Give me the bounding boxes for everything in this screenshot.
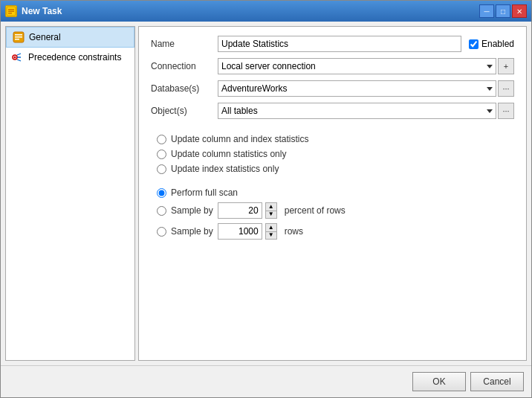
databases-dropdown[interactable]: AdventureWorks bbox=[218, 80, 496, 97]
databases-more-button[interactable]: ··· bbox=[498, 80, 514, 97]
name-row: Name Enabled bbox=[151, 36, 514, 52]
maximize-button[interactable]: □ bbox=[496, 4, 510, 18]
svg-rect-2 bbox=[8, 11, 14, 13]
svg-line-11 bbox=[17, 54, 21, 55]
objects-more-button[interactable]: ··· bbox=[498, 103, 514, 119]
svg-point-10 bbox=[14, 57, 16, 59]
footer: OK Cancel bbox=[1, 365, 531, 397]
connection-dropdown-wrapper: Local server connection + bbox=[218, 58, 514, 74]
window-title: New Task bbox=[22, 6, 62, 16]
minimize-button[interactable]: ─ bbox=[479, 4, 494, 18]
sample-percent-input[interactable] bbox=[218, 202, 262, 219]
objects-dropdown[interactable]: All tables bbox=[218, 103, 496, 119]
sample-rows-suffix: rows bbox=[285, 226, 303, 237]
precedence-icon bbox=[12, 51, 24, 63]
sample-row-1: Sample by ▲ ▼ percent of rows bbox=[151, 202, 514, 219]
content-area: General Precedence constraints bbox=[1, 22, 531, 365]
scan-type-group: Perform full scan Sample by ▲ ▼ percent … bbox=[151, 187, 514, 240]
radio-update-col-index-input[interactable] bbox=[157, 135, 166, 144]
svg-rect-7 bbox=[15, 39, 19, 40]
svg-line-12 bbox=[17, 60, 21, 61]
sidebar-label-precedence: Precedence constraints bbox=[28, 52, 121, 62]
sample-rows-input[interactable] bbox=[218, 223, 262, 240]
radio-sample-percent-label[interactable]: Sample by bbox=[171, 205, 213, 216]
sidebar: General Precedence constraints bbox=[5, 26, 135, 361]
sample-row-2: Sample by ▲ ▼ rows bbox=[151, 223, 514, 240]
databases-dropdown-wrapper: AdventureWorks ··· bbox=[218, 80, 514, 97]
statistics-type-group: Update column and index statistics Updat… bbox=[151, 134, 514, 174]
sample-percent-suffix: percent of rows bbox=[285, 205, 346, 216]
radio-update-col-only: Update column statistics only bbox=[151, 149, 514, 159]
databases-label: Database(s) bbox=[151, 83, 218, 94]
sample-percent-down-button[interactable]: ▼ bbox=[266, 211, 276, 219]
ok-button[interactable]: OK bbox=[412, 372, 466, 391]
objects-dropdown-wrapper: All tables ··· bbox=[218, 103, 514, 119]
radio-update-col-only-label[interactable]: Update column statistics only bbox=[171, 149, 286, 159]
new-task-window: New Task ─ □ ✕ General bbox=[0, 0, 532, 398]
title-bar-left: New Task bbox=[5, 5, 62, 17]
enabled-area: Enabled bbox=[469, 39, 514, 49]
sample-rows-down-button[interactable]: ▼ bbox=[266, 232, 276, 240]
enabled-label: Enabled bbox=[481, 39, 514, 49]
sample-percent-spinbtns: ▲ ▼ bbox=[265, 202, 277, 219]
sidebar-label-general: General bbox=[29, 32, 61, 42]
databases-row: Database(s) AdventureWorks ··· bbox=[151, 80, 514, 97]
radio-update-index-only-input[interactable] bbox=[157, 164, 166, 174]
radio-full-scan-input[interactable] bbox=[157, 188, 166, 198]
radio-update-index-only: Update index statistics only bbox=[151, 164, 514, 174]
svg-rect-3 bbox=[8, 13, 12, 14]
radio-update-index-only-label[interactable]: Update index statistics only bbox=[171, 164, 279, 174]
connection-row: Connection Local server connection + bbox=[151, 58, 514, 74]
window-controls: ─ □ ✕ bbox=[479, 4, 527, 18]
connection-dropdown[interactable]: Local server connection bbox=[218, 58, 496, 74]
cancel-button[interactable]: Cancel bbox=[470, 372, 524, 391]
window-icon bbox=[5, 5, 17, 17]
sample-rows-spinbtns: ▲ ▼ bbox=[265, 223, 277, 240]
radio-full-scan-label[interactable]: Perform full scan bbox=[171, 187, 238, 198]
sample-percent-up-button[interactable]: ▲ bbox=[266, 203, 276, 211]
radio-sample-rows-label[interactable]: Sample by bbox=[171, 226, 213, 237]
radio-full-scan: Perform full scan bbox=[151, 187, 514, 198]
general-icon bbox=[13, 31, 25, 43]
sidebar-item-precedence[interactable]: Precedence constraints bbox=[6, 48, 134, 67]
svg-rect-1 bbox=[8, 9, 14, 10]
objects-label: Object(s) bbox=[151, 106, 218, 116]
sample-percent-spinner: ▲ ▼ bbox=[218, 202, 277, 219]
radio-update-col-index-label[interactable]: Update column and index statistics bbox=[171, 134, 308, 144]
svg-rect-6 bbox=[15, 36, 22, 38]
radio-update-col-index: Update column and index statistics bbox=[151, 134, 514, 144]
sample-rows-up-button[interactable]: ▲ bbox=[266, 224, 276, 232]
name-label: Name bbox=[151, 39, 218, 49]
main-panel: Name Enabled Connection Local server con… bbox=[138, 26, 527, 361]
svg-rect-5 bbox=[15, 34, 22, 36]
connection-add-button[interactable]: + bbox=[498, 58, 514, 74]
connection-label: Connection bbox=[151, 61, 218, 71]
sample-rows-spinner: ▲ ▼ bbox=[218, 223, 277, 240]
radio-sample-rows-input[interactable] bbox=[157, 227, 166, 237]
radio-update-col-only-input[interactable] bbox=[157, 150, 166, 159]
objects-row: Object(s) All tables ··· bbox=[151, 103, 514, 119]
title-bar: New Task ─ □ ✕ bbox=[1, 1, 531, 22]
enabled-checkbox[interactable] bbox=[469, 39, 479, 49]
sidebar-item-general[interactable]: General bbox=[6, 27, 134, 48]
radio-sample-percent-input[interactable] bbox=[157, 206, 166, 216]
name-input[interactable] bbox=[218, 36, 461, 52]
close-button[interactable]: ✕ bbox=[512, 4, 527, 18]
